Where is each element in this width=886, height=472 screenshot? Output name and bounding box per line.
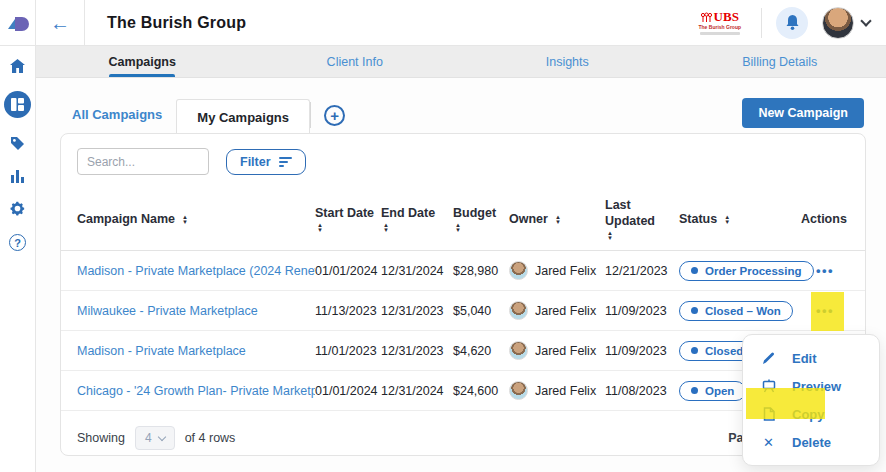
sidebar-item-campaigns-active[interactable]	[4, 91, 31, 118]
subtab-all-campaigns[interactable]: All Campaigns	[60, 107, 176, 134]
row-actions-button[interactable]: •••	[801, 263, 849, 278]
notifications-button[interactable]	[776, 7, 808, 39]
dashboard-layout-icon	[11, 98, 24, 111]
of-rows-label: of 4 rows	[185, 431, 236, 445]
column-label: Last Updated	[605, 198, 660, 229]
table-header-row: Campaign Name ▲▼ Start Date ▲▼ End Date …	[61, 188, 865, 251]
sidebar-item-settings[interactable]	[9, 200, 26, 217]
ubs-subtitle-line2	[700, 32, 740, 35]
column-label: Start Date	[315, 206, 374, 222]
tab-label: Campaigns	[109, 55, 176, 69]
start-date-cell: 11/01/2023	[315, 344, 381, 358]
search-input[interactable]	[77, 148, 209, 175]
tab-insights[interactable]: Insights	[461, 46, 674, 77]
owner-cell: Jared Felix	[509, 301, 605, 320]
gear-icon	[9, 200, 26, 217]
preview-easel-icon	[761, 379, 776, 393]
edit-pencil-icon	[761, 352, 776, 365]
sort-icon: ▲▼	[607, 231, 613, 241]
sort-icon: ▲▼	[555, 215, 561, 225]
page-size-select[interactable]: 4	[135, 426, 175, 450]
status-badge: Closed – Won	[679, 301, 793, 321]
owner-cell: Jared Felix	[509, 381, 605, 400]
campaign-name-link[interactable]: Chicago - '24 Growth Plan- Private Marke…	[77, 384, 315, 398]
status-cell: Closed – Won	[679, 301, 801, 321]
main-tabbar: Campaigns Client Info Insights Billing D…	[36, 46, 886, 78]
sidebar-item-analytics[interactable]	[10, 169, 25, 183]
row-actions-menu: Edit Preview Copy ✕ Delete	[742, 334, 880, 466]
sort-icon: ▲▼	[182, 215, 188, 225]
ubs-keys-icon	[701, 12, 712, 23]
column-label: Budget	[453, 206, 496, 222]
column-header-end-date[interactable]: End Date ▲▼	[381, 206, 453, 234]
column-label: Status	[679, 212, 717, 228]
owner-name: Jared Felix	[535, 384, 596, 398]
status-badge: Order Processing	[679, 261, 814, 281]
column-header-budget[interactable]: Budget ▲▼	[453, 206, 509, 234]
owner-name: Jared Felix	[535, 304, 596, 318]
back-button[interactable]: ←	[36, 0, 85, 46]
owner-cell: Jared Felix	[509, 261, 605, 280]
owner-avatar	[509, 341, 528, 360]
ubs-partner-logo: UBS The Burish Group	[693, 8, 748, 37]
active-tab-underline	[109, 74, 175, 77]
tab-label: Insights	[546, 55, 589, 69]
row-actions-button[interactable]: •••	[801, 303, 849, 318]
user-avatar[interactable]	[822, 7, 854, 39]
sidebar-item-help[interactable]: ?	[9, 234, 26, 251]
status-cell: Order Processing	[679, 261, 801, 281]
column-header-campaign-name[interactable]: Campaign Name ▲▼	[77, 212, 315, 228]
ubs-brand: UBS	[699, 10, 742, 24]
ubs-subtitle: The Burish Group	[699, 25, 742, 31]
new-campaign-button[interactable]: New Campaign	[742, 98, 864, 128]
campaign-name-link[interactable]: Milwaukee - Private Marketplace	[77, 304, 315, 318]
menu-item-copy[interactable]: Copy	[743, 400, 879, 428]
chevron-down-icon[interactable]	[860, 15, 871, 26]
subtab-label: My Campaigns	[197, 110, 289, 125]
tab-client-info[interactable]: Client Info	[249, 46, 462, 77]
end-date-cell: 12/31/2023	[381, 344, 453, 358]
delete-x-icon: ✕	[761, 435, 776, 450]
campaign-name-link[interactable]: Madison - Private Marketplace (2024 Rene…	[77, 264, 315, 278]
page-size-value: 4	[145, 431, 152, 445]
showing-label: Showing	[77, 431, 125, 445]
status-label: Order Processing	[705, 265, 802, 277]
status-dot-icon	[691, 387, 698, 394]
status-label: Closed – Won	[705, 305, 781, 317]
menu-item-preview[interactable]: Preview	[743, 372, 879, 400]
owner-name: Jared Felix	[535, 264, 596, 278]
tab-label: Billing Details	[742, 55, 817, 69]
help-icon: ?	[9, 234, 26, 251]
status-badge: Open	[679, 381, 746, 401]
subtab-row: All Campaigns My Campaigns + New Campaig…	[60, 96, 864, 134]
home-icon	[9, 58, 26, 74]
column-header-start-date[interactable]: Start Date ▲▼	[315, 206, 381, 234]
owner-cell: Jared Felix	[509, 341, 605, 360]
column-header-owner[interactable]: Owner ▲▼	[509, 212, 605, 228]
tab-billing-details[interactable]: Billing Details	[674, 46, 886, 77]
budget-cell: $4,620	[453, 344, 509, 358]
menu-item-edit[interactable]: Edit	[743, 344, 879, 372]
column-label: Owner	[509, 212, 548, 228]
app-logo	[0, 0, 36, 46]
filter-label: Filter	[240, 155, 271, 169]
column-header-status[interactable]: Status ▲▼	[679, 212, 801, 228]
sidebar-item-home[interactable]	[9, 58, 26, 74]
menu-item-delete[interactable]: ✕ Delete	[743, 428, 879, 456]
divider	[310, 102, 311, 128]
top-header: ← The Burish Group UBS The Burish Group	[0, 0, 886, 46]
menu-item-label: Edit	[792, 351, 817, 366]
back-arrow-icon: ←	[50, 13, 70, 33]
column-header-actions: Actions	[801, 212, 849, 228]
filter-icon	[279, 155, 292, 169]
sidebar-item-tags[interactable]	[9, 135, 26, 152]
campaign-name-link[interactable]: Madison - Private Marketplace	[77, 344, 315, 358]
tab-campaigns[interactable]: Campaigns	[36, 46, 249, 77]
ubs-brand-text: UBS	[714, 10, 739, 24]
column-label: Campaign Name	[77, 212, 175, 228]
filter-button[interactable]: Filter	[226, 149, 306, 175]
column-header-last-updated[interactable]: Last Updated ▲▼	[605, 198, 679, 241]
subtab-my-campaigns[interactable]: My Campaigns	[176, 99, 310, 134]
add-tab-button[interactable]: +	[324, 105, 345, 126]
table-toolbar: Filter	[61, 134, 865, 188]
